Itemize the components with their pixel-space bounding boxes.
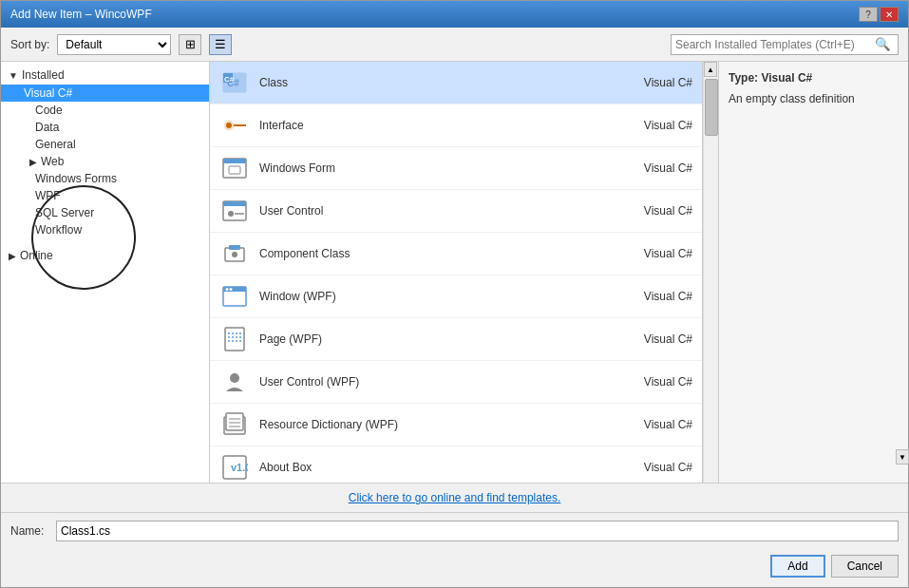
type-label: Type: — [729, 71, 758, 85]
grid-view-button[interactable]: ⊞ — [179, 34, 201, 55]
installed-label: Installed — [22, 68, 65, 82]
template-name-user-control-wpf: User Control (WPF) — [259, 375, 616, 389]
template-icon-component — [219, 238, 250, 269]
template-icon-interface — [219, 110, 250, 141]
name-input[interactable] — [56, 521, 899, 541]
scroll-up-button[interactable]: ▲ — [704, 62, 717, 77]
sort-select[interactable]: Default — [57, 34, 171, 55]
dialog: Add New Item – WincoWPF ? ✕ Sort by: Def… — [0, 0, 909, 588]
template-name-about-box: About Box — [259, 461, 616, 474]
template-lang-component: Visual C# — [616, 247, 692, 260]
sidebar-item-code[interactable]: Code — [1, 102, 209, 119]
name-row: Name: — [1, 513, 908, 549]
svg-point-25 — [230, 373, 239, 383]
template-icon-class: C# C# — [219, 67, 250, 98]
template-lang-user-control-wpf: Visual C# — [616, 375, 692, 389]
template-name-class: Class — [259, 76, 616, 89]
template-lang-user-control: Visual C# — [616, 204, 692, 218]
svg-text:v1.0: v1.0 — [231, 462, 248, 473]
svg-rect-21 — [225, 328, 244, 351]
sidebar-item-web[interactable]: ▶ Web — [1, 153, 209, 170]
search-box: 🔍 — [671, 34, 899, 55]
svg-point-12 — [228, 211, 234, 217]
svg-text:C#: C# — [224, 75, 235, 84]
name-label: Name: — [10, 524, 48, 538]
bottom-area: Click here to go online and find templat… — [1, 483, 908, 587]
web-arrow: ▶ — [29, 157, 37, 167]
sort-label: Sort by: — [10, 38, 49, 51]
template-icon-windows-form — [219, 153, 250, 183]
svg-rect-8 — [223, 159, 246, 163]
dialog-title: Add New Item – WincoWPF — [10, 8, 152, 21]
online-arrow: ▶ — [9, 251, 16, 261]
svg-rect-11 — [223, 201, 246, 206]
template-name-window-wpf: Window (WPF) — [259, 290, 616, 303]
template-item[interactable]: Windows Form Visual C# — [210, 147, 702, 190]
template-name-resource-dict: Resource Dictionary (WPF) — [259, 418, 616, 431]
template-list: C# C# Class Visual C# — [210, 62, 703, 483]
scrollbar-thumb[interactable] — [705, 79, 718, 136]
template-lang-interface: Visual C# — [616, 119, 692, 132]
scroll-down-button[interactable]: ▼ — [896, 449, 908, 465]
template-item[interactable]: Component Class Visual C# — [210, 233, 702, 275]
installed-arrow: ▼ — [9, 70, 18, 81]
template-lang-about-box: Visual C# — [616, 461, 692, 474]
list-view-button[interactable]: ☰ — [209, 34, 232, 55]
info-type: Type: Visual C# — [729, 71, 899, 85]
type-value: Visual C# — [761, 71, 812, 85]
template-icon-user-control-wpf — [219, 367, 250, 397]
sidebar-item-wpf[interactable]: WPF — [1, 187, 209, 204]
add-button[interactable]: Add — [770, 555, 824, 578]
template-lang-page-wpf: Visual C# — [616, 332, 692, 346]
info-description: An empty class definition — [729, 92, 899, 105]
template-lang-window-wpf: Visual C# — [616, 290, 692, 303]
main-content: ▼ Installed Visual C# Code Data General … — [1, 62, 908, 483]
search-input[interactable] — [672, 35, 871, 54]
title-bar-buttons: ? ✕ — [859, 7, 899, 22]
template-item[interactable]: Window (WPF) Visual C# — [210, 275, 702, 318]
template-item[interactable]: Resource Dictionary (WPF) Visual C# — [210, 404, 702, 446]
web-label: Web — [41, 155, 64, 168]
sidebar-item-workflow[interactable]: Workflow — [1, 221, 209, 238]
svg-point-20 — [230, 288, 233, 291]
info-panel: Type: Visual C# An empty class definitio… — [718, 62, 908, 483]
sidebar-item-data[interactable]: Data — [1, 119, 209, 136]
installed-header[interactable]: ▼ Installed — [1, 66, 209, 85]
scrollbar[interactable]: ▲ ▼ — [703, 62, 718, 483]
template-icon-user-control — [219, 196, 250, 226]
title-bar: Add New Item – WincoWPF ? ✕ — [1, 1, 908, 28]
close-button[interactable]: ✕ — [880, 7, 899, 22]
sidebar-item-visual-csharp[interactable]: Visual C# — [1, 85, 209, 102]
online-header[interactable]: ▶ Online — [1, 246, 209, 265]
online-label: Online — [20, 249, 53, 262]
svg-point-19 — [226, 288, 229, 291]
template-name-windows-form: Windows Form — [259, 161, 616, 175]
sidebar-item-general[interactable]: General — [1, 136, 209, 153]
template-lang-resource-dict: Visual C# — [616, 418, 692, 431]
svg-rect-15 — [229, 245, 240, 250]
template-item[interactable]: C# C# Class Visual C# — [210, 62, 702, 104]
template-lang-windows-form: Visual C# — [616, 161, 692, 175]
sidebar-item-windows-forms[interactable]: Windows Forms — [1, 170, 209, 187]
template-item[interactable]: Page (WPF) Visual C# — [210, 318, 702, 361]
template-item[interactable]: Interface Visual C# — [210, 104, 702, 147]
search-icon-button[interactable]: 🔍 — [871, 35, 894, 54]
template-icon-page-wpf — [219, 324, 250, 354]
svg-point-5 — [226, 123, 232, 128]
online-link[interactable]: Click here to go online and find templat… — [349, 491, 560, 504]
svg-point-16 — [232, 252, 237, 257]
template-item[interactable]: User Control (WPF) Visual C# — [210, 361, 702, 404]
content-area: C# C# Class Visual C# — [210, 62, 908, 483]
cancel-button[interactable]: Cancel — [831, 555, 899, 578]
buttons-row: Add Cancel — [1, 549, 908, 587]
template-item[interactable]: User Control Visual C# — [210, 190, 702, 233]
help-button[interactable]: ? — [859, 7, 878, 22]
online-link-row: Click here to go online and find templat… — [1, 484, 908, 513]
toolbar: Sort by: Default ⊞ ☰ 🔍 — [1, 28, 908, 62]
sidebar-item-sql-server[interactable]: SQL Server — [1, 204, 209, 221]
template-item[interactable]: v1.0 About Box Visual C# — [210, 446, 702, 483]
svg-rect-9 — [229, 166, 240, 174]
sidebar: ▼ Installed Visual C# Code Data General … — [1, 62, 210, 483]
template-icon-resource-dict — [219, 409, 250, 440]
template-lang-class: Visual C# — [616, 76, 692, 89]
